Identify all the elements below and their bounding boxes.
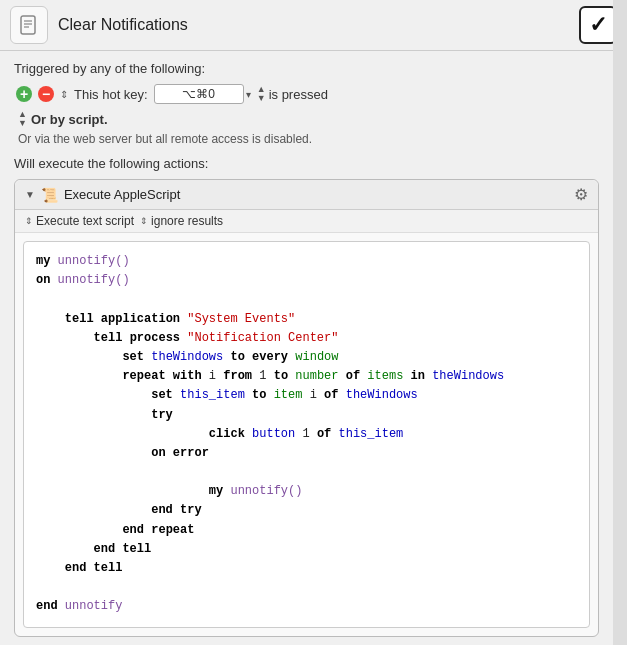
action-title-text: Execute AppleScript <box>64 187 180 202</box>
sort-arrows-execute: ⇕ <box>25 216 33 226</box>
execute-text-script-item: ⇕ Execute text script <box>25 214 134 228</box>
header: ✓ <box>0 0 627 51</box>
hotkey-dropdown-arrow[interactable]: ▾ <box>246 89 251 100</box>
sort-arrows-pressed: ▲▼ <box>257 85 266 103</box>
ignore-results-item: ⇕ ignore results <box>140 214 223 228</box>
hotkey-input-wrap: ▾ <box>154 84 251 104</box>
ignore-results-label: ignore results <box>151 214 223 228</box>
hotkey-input[interactable] <box>154 84 244 104</box>
code-editor[interactable]: my unnotify()on unnotify() tell applicat… <box>23 241 590 628</box>
sort-arrows-ignore: ⇕ <box>140 216 148 226</box>
svg-rect-0 <box>21 16 35 34</box>
collapse-arrow[interactable]: ▼ <box>25 189 35 200</box>
or-script-label: Or by script. <box>31 112 108 127</box>
action-title-left: ▼ 📜 Execute AppleScript <box>25 187 180 203</box>
execute-text-script-label: Execute text script <box>36 214 134 228</box>
content-area: Triggered by any of the following: + − ⇕… <box>0 51 613 645</box>
or-by-script-row: ▲▼ Or by script. <box>14 110 599 128</box>
scrollbar[interactable] <box>613 0 627 645</box>
header-icon <box>10 6 48 44</box>
triggered-by-label: Triggered by any of the following: <box>14 61 599 76</box>
action-subheader: ⇕ Execute text script ⇕ ignore results <box>15 210 598 233</box>
will-execute-label: Will execute the following actions: <box>14 156 599 171</box>
checkmark-button[interactable]: ✓ <box>579 6 617 44</box>
action-block: ▼ 📜 Execute AppleScript ⚙ ⇕ Execute text… <box>14 179 599 637</box>
gear-icon[interactable]: ⚙ <box>574 185 588 204</box>
via-web-note: Or via the web server but all remote acc… <box>14 132 599 146</box>
sort-arrows-script: ▲▼ <box>18 110 27 128</box>
title-input[interactable] <box>58 16 569 34</box>
sort-arrows-hotkey: ⇕ <box>60 89 68 100</box>
this-hot-key-label: This hot key: <box>74 87 148 102</box>
applescript-icon: 📜 <box>41 187 58 203</box>
is-pressed-label: ▲▼ is pressed <box>257 85 328 103</box>
add-trigger-button[interactable]: + <box>16 86 32 102</box>
main-container: ✓ Triggered by any of the following: + −… <box>0 0 627 645</box>
hotkey-row: + − ⇕ This hot key: ▾ ▲▼ is pressed <box>14 84 599 104</box>
action-header: ▼ 📜 Execute AppleScript ⚙ <box>15 180 598 210</box>
remove-trigger-button[interactable]: − <box>38 86 54 102</box>
